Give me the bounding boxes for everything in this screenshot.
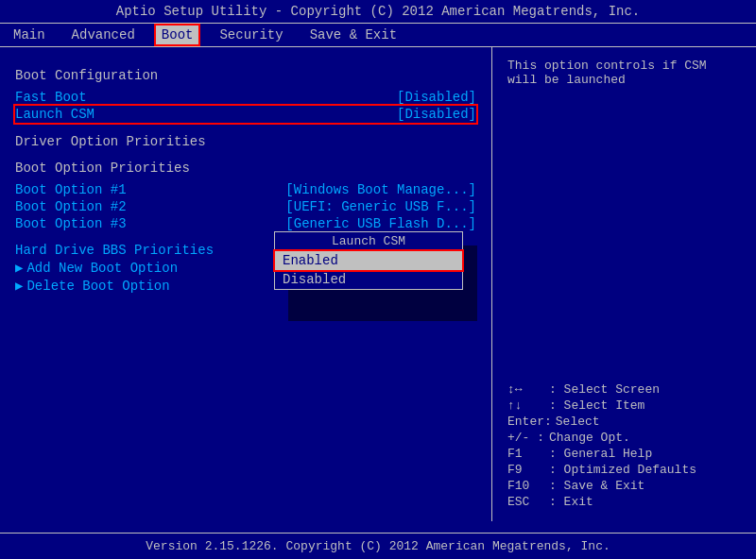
hard-drive-bbs-label: Hard Drive BBS Priorities: [15, 243, 214, 258]
boot-option-3-item[interactable]: Boot Option #3 [Generic USB Flash D...]: [15, 215, 476, 232]
boot-option-2-item[interactable]: Boot Option #2 [UEFI: Generic USB F...]: [15, 198, 476, 215]
key-esc-desc: : Exit: [549, 495, 593, 509]
delete-boot-arrow: ▶: [15, 278, 23, 294]
boot-option-1-label: Boot Option #1: [15, 182, 127, 197]
key-f10: F10: [507, 479, 545, 493]
key-f9-desc: : Optimized Defaults: [549, 463, 696, 477]
title-bar: Aptio Setup Utility - Copyright (C) 2012…: [0, 0, 756, 24]
nav-main[interactable]: Main: [8, 25, 51, 44]
delete-boot-label: Delete Boot Option: [26, 279, 169, 294]
boot-option-3-label: Boot Option #3: [15, 216, 127, 231]
key-select-screen-desc: : Select Screen: [549, 382, 660, 397]
key-f10-desc: : Save & Exit: [549, 479, 644, 493]
key-row-select-screen: ↕↔ : Select Screen: [507, 381, 741, 398]
footer: Version 2.15.1226. Copyright (C) 2012 Am…: [0, 533, 756, 559]
key-row-select-item: ↑↓ : Select Item: [507, 398, 741, 414]
add-new-boot-arrow: ▶: [15, 260, 23, 276]
fast-boot-label: Fast Boot: [15, 90, 87, 105]
main-content: Boot Configuration Fast Boot [Disabled] …: [0, 47, 756, 521]
dropdown-option-disabled[interactable]: Disabled: [275, 270, 462, 289]
boot-option-priorities-title: Boot Option Priorities: [15, 161, 476, 176]
left-panel: Boot Configuration Fast Boot [Disabled] …: [0, 47, 491, 521]
fast-boot-value: [Disabled]: [397, 90, 476, 105]
key-f9: F9: [507, 463, 545, 477]
launch-csm-item[interactable]: Launch CSM [Disabled]: [15, 106, 476, 123]
help-text: This option controls if CSM will be laun…: [507, 59, 741, 87]
key-row-f9: F9 : Optimized Defaults: [507, 462, 741, 478]
dropdown-option-enabled[interactable]: Enabled: [275, 251, 462, 270]
nav-bar: Main Advanced Boot Security Save & Exit: [0, 24, 756, 47]
driver-option-title: Driver Option Priorities: [15, 134, 476, 149]
nav-boot[interactable]: Boot: [156, 25, 199, 44]
fast-boot-item[interactable]: Fast Boot [Disabled]: [15, 89, 476, 106]
key-plusminus: +/- :: [507, 431, 545, 445]
key-row-esc: ESC : Exit: [507, 494, 741, 510]
right-panel: This option controls if CSM will be laun…: [491, 47, 756, 521]
boot-option-1-value: [Windows Boot Manage...]: [285, 182, 476, 197]
boot-option-2-label: Boot Option #2: [15, 199, 127, 214]
key-select-item-desc: : Select Item: [549, 398, 644, 413]
key-f1-desc: : General Help: [549, 447, 652, 461]
title-text: Aptio Setup Utility - Copyright (C) 2012…: [116, 4, 641, 19]
key-row-enter: Enter: Select: [507, 414, 741, 430]
key-f1: F1: [507, 447, 545, 461]
key-row-f1: F1 : General Help: [507, 446, 741, 462]
key-updown: ↑↓: [507, 398, 545, 413]
key-row-f10: F10 : Save & Exit: [507, 478, 741, 494]
boot-option-3-value: [Generic USB Flash D...]: [285, 216, 476, 231]
launch-csm-value: [Disabled]: [397, 107, 476, 122]
key-arrows: ↕↔: [507, 382, 545, 397]
dropdown-popup: Launch CSM Enabled Disabled: [274, 231, 463, 290]
key-enter-desc: Select: [556, 415, 600, 429]
add-new-boot-label: Add New Boot Option: [26, 261, 178, 276]
key-esc: ESC: [507, 495, 545, 509]
key-help: ↕↔ : Select Screen ↑↓ : Select Item Ente…: [507, 381, 741, 510]
key-row-change-opt: +/- : Change Opt.: [507, 430, 741, 446]
nav-security[interactable]: Security: [214, 25, 288, 44]
boot-option-1-item[interactable]: Boot Option #1 [Windows Boot Manage...]: [15, 181, 476, 198]
boot-configuration-title: Boot Configuration: [15, 68, 476, 83]
nav-advanced[interactable]: Advanced: [66, 25, 141, 44]
key-change-opt-desc: Change Opt.: [549, 431, 630, 445]
footer-text: Version 2.15.1226. Copyright (C) 2012 Am…: [146, 539, 610, 553]
launch-csm-label: Launch CSM: [15, 107, 94, 122]
nav-save-exit[interactable]: Save & Exit: [304, 25, 403, 44]
boot-option-2-value: [UEFI: Generic USB F...]: [285, 199, 476, 214]
dropdown-title: Launch CSM: [275, 232, 462, 251]
key-enter: Enter:: [507, 415, 552, 429]
